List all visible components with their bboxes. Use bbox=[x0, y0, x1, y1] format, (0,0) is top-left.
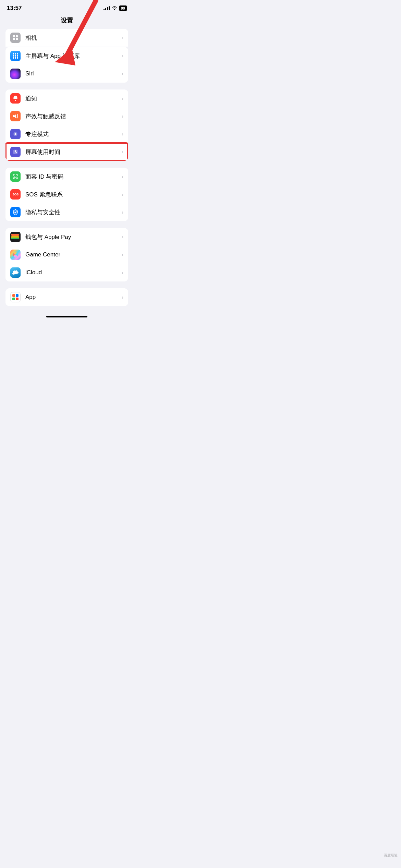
svg-rect-5 bbox=[15, 53, 16, 55]
gamecenter-label: Game Center bbox=[25, 251, 122, 258]
signal-bar-4 bbox=[109, 6, 110, 10]
gamecenter-icon bbox=[10, 250, 21, 260]
wallet-label: 钱包与 Apple Pay bbox=[25, 233, 122, 241]
icloud-icon bbox=[10, 267, 21, 278]
svg-rect-8 bbox=[15, 55, 16, 57]
status-icons: 99 bbox=[104, 5, 127, 11]
wallet-chevron: › bbox=[122, 234, 123, 240]
svg-point-15 bbox=[15, 100, 16, 101]
settings-item-sounds[interactable]: 声效与触感反馈 › bbox=[5, 107, 128, 125]
status-time: 13:57 bbox=[7, 5, 22, 12]
sos-chevron: › bbox=[122, 192, 123, 197]
svg-rect-2 bbox=[13, 38, 15, 40]
focus-label: 专注模式 bbox=[25, 130, 122, 138]
settings-item-sos[interactable]: SOS SOS 紧急联系 › bbox=[5, 185, 128, 203]
wifi-icon bbox=[112, 6, 117, 11]
apps-icon bbox=[10, 292, 21, 302]
settings-item-privacy[interactable]: 隐私与安全性 › bbox=[5, 203, 128, 221]
screentime-label: 屏幕使用时间 bbox=[25, 148, 122, 156]
sos-label: SOS 紧急联系 bbox=[25, 191, 122, 198]
homescreen-label: 主屏幕与 App 资源库 bbox=[25, 52, 122, 60]
faceid-label: 面容 ID 与密码 bbox=[25, 173, 122, 181]
settings-item-icloud[interactable]: iCloud › bbox=[5, 264, 128, 281]
icloud-chevron: › bbox=[122, 270, 123, 275]
partial-icon bbox=[10, 33, 21, 43]
settings-item-screentime[interactable]: 屏幕使用时间 › bbox=[5, 143, 128, 161]
settings-group-1: 主屏幕与 App 资源库 › Siri › bbox=[5, 47, 128, 83]
apps-label: App bbox=[25, 294, 122, 301]
privacy-label: 隐私与安全性 bbox=[25, 208, 122, 216]
settings-item-wallet[interactable]: 钱包与 Apple Pay › bbox=[5, 228, 128, 246]
partial-chevron: › bbox=[122, 35, 123, 40]
status-bar: 13:57 99 bbox=[0, 0, 134, 14]
settings-group-4: 钱包与 Apple Pay › Game Center › iCloud › bbox=[5, 228, 128, 281]
notifications-icon bbox=[10, 93, 21, 104]
home-indicator bbox=[0, 313, 134, 319]
settings-item-faceid[interactable]: 面容 ID 与密码 › bbox=[5, 168, 128, 185]
svg-rect-16 bbox=[13, 115, 14, 117]
privacy-icon bbox=[10, 207, 21, 217]
focus-chevron: › bbox=[122, 131, 123, 137]
svg-rect-3 bbox=[16, 38, 18, 40]
faceid-chevron: › bbox=[122, 174, 123, 179]
svg-point-20 bbox=[14, 176, 15, 177]
siri-chevron: › bbox=[122, 71, 123, 76]
home-bar bbox=[46, 316, 87, 317]
svg-rect-9 bbox=[17, 55, 18, 57]
signal-bar-2 bbox=[105, 8, 106, 10]
settings-group-top-partial: 相机 › bbox=[5, 29, 128, 47]
settings-group-2: 通知 › 声效与触感反馈 › 专注模式 › bbox=[5, 89, 128, 161]
svg-point-21 bbox=[16, 176, 16, 177]
gamecenter-chevron: › bbox=[122, 252, 123, 257]
settings-group-5: App › bbox=[5, 288, 128, 306]
settings-item-focus[interactable]: 专注模式 › bbox=[5, 125, 128, 143]
svg-rect-1 bbox=[16, 35, 18, 37]
notifications-chevron: › bbox=[122, 96, 123, 101]
svg-rect-0 bbox=[13, 35, 15, 37]
settings-item-notifications[interactable]: 通知 › bbox=[5, 89, 128, 107]
settings-item-apps[interactable]: App › bbox=[5, 288, 128, 306]
focus-icon bbox=[10, 129, 21, 139]
svg-rect-6 bbox=[17, 53, 18, 55]
settings-item-partial[interactable]: 相机 › bbox=[5, 29, 128, 47]
apps-chevron: › bbox=[122, 294, 123, 300]
svg-point-29 bbox=[14, 255, 17, 257]
svg-rect-25 bbox=[11, 238, 19, 239]
notifications-label: 通知 bbox=[25, 95, 122, 103]
settings-item-gamecenter[interactable]: Game Center › bbox=[5, 246, 128, 264]
wallet-icon bbox=[10, 232, 21, 242]
svg-rect-11 bbox=[15, 57, 16, 59]
signal-bars-icon bbox=[104, 6, 110, 10]
sounds-chevron: › bbox=[122, 113, 123, 119]
settings-item-homescreen[interactable]: 主屏幕与 App 资源库 › bbox=[5, 47, 128, 65]
settings-group-3: 面容 ID 与密码 › SOS SOS 紧急联系 › 隐私与安全性 › bbox=[5, 168, 128, 221]
icloud-label: iCloud bbox=[25, 269, 122, 276]
homescreen-chevron: › bbox=[122, 53, 123, 59]
screentime-icon bbox=[10, 147, 21, 157]
partial-label: 相机 bbox=[25, 34, 122, 42]
settings-item-siri[interactable]: Siri › bbox=[5, 65, 128, 83]
homescreen-icon bbox=[10, 51, 21, 61]
faceid-icon bbox=[10, 171, 21, 182]
signal-bar-1 bbox=[104, 9, 105, 10]
siri-icon bbox=[10, 69, 21, 79]
siri-label: Siri bbox=[25, 70, 122, 77]
svg-rect-7 bbox=[13, 55, 14, 57]
sos-icon: SOS bbox=[10, 189, 21, 200]
sounds-icon bbox=[10, 111, 21, 121]
privacy-chevron: › bbox=[122, 209, 123, 215]
battery-icon: 99 bbox=[119, 5, 127, 11]
svg-rect-23 bbox=[11, 234, 19, 236]
screentime-chevron: › bbox=[122, 149, 123, 155]
sounds-label: 声效与触感反馈 bbox=[25, 112, 122, 120]
svg-point-18 bbox=[15, 133, 16, 135]
svg-rect-10 bbox=[13, 57, 14, 59]
svg-rect-12 bbox=[17, 57, 18, 59]
page-title: 设置 bbox=[0, 14, 134, 29]
svg-rect-4 bbox=[13, 53, 14, 55]
signal-bar-3 bbox=[107, 7, 108, 10]
